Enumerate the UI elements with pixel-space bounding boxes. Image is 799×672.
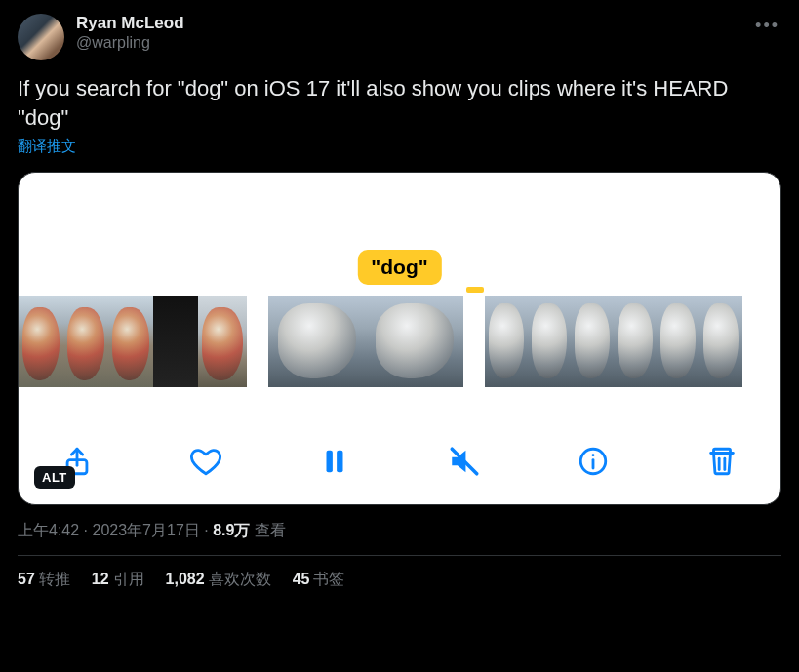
- info-icon: [577, 445, 610, 478]
- tweet-meta: 上午4:42 · 2023年7月17日 · 8.9万 查看: [18, 521, 781, 541]
- quotes-stat[interactable]: 12引用: [92, 570, 144, 590]
- clip-group-3[interactable]: [485, 296, 742, 387]
- pause-icon: [318, 445, 351, 478]
- search-tooltip: "dog": [357, 250, 441, 285]
- mute-button[interactable]: [443, 440, 486, 483]
- trash-button[interactable]: [700, 440, 743, 483]
- clip-timeline[interactable]: [19, 296, 780, 387]
- views-label: 查看: [250, 522, 285, 538]
- stats-row: 57转推 12引用 1,082喜欢次数 45书签: [18, 556, 781, 590]
- alt-badge[interactable]: ALT: [34, 466, 75, 489]
- bookmarks-stat[interactable]: 45书签: [293, 570, 345, 590]
- svg-rect-2: [338, 451, 343, 473]
- clip-group-2[interactable]: [268, 296, 463, 387]
- translate-link[interactable]: 翻译推文: [18, 138, 781, 156]
- time[interactable]: 上午4:42: [18, 522, 79, 538]
- pause-button[interactable]: [313, 440, 356, 483]
- tweet-header: Ryan McLeod @warpling •••: [18, 14, 781, 60]
- media-toolbar: [19, 440, 780, 483]
- avatar[interactable]: [18, 14, 64, 60]
- tweet-text: If you search for "dog" on iOS 17 it'll …: [18, 74, 781, 132]
- clip-marker: [466, 287, 484, 293]
- mute-icon: [448, 445, 481, 478]
- trash-icon: [705, 445, 739, 478]
- display-name: Ryan McLeod: [76, 14, 753, 33]
- svg-point-6: [591, 455, 594, 457]
- svg-rect-1: [327, 451, 333, 473]
- clip-group-1[interactable]: [19, 296, 247, 387]
- likes-stat[interactable]: 1,082喜欢次数: [166, 570, 271, 590]
- tweet-container: Ryan McLeod @warpling ••• If you search …: [0, 0, 799, 590]
- heart-button[interactable]: [184, 440, 227, 483]
- more-button[interactable]: •••: [753, 14, 781, 38]
- heart-icon: [189, 445, 222, 478]
- views-count: 8.9万: [213, 522, 250, 538]
- info-button[interactable]: [572, 440, 615, 483]
- retweets-stat[interactable]: 57转推: [18, 570, 70, 590]
- date[interactable]: 2023年7月17日: [92, 522, 199, 538]
- user-block[interactable]: Ryan McLeod @warpling: [76, 14, 753, 53]
- media-attachment[interactable]: "dog": [18, 172, 781, 505]
- handle: @warpling: [76, 33, 753, 52]
